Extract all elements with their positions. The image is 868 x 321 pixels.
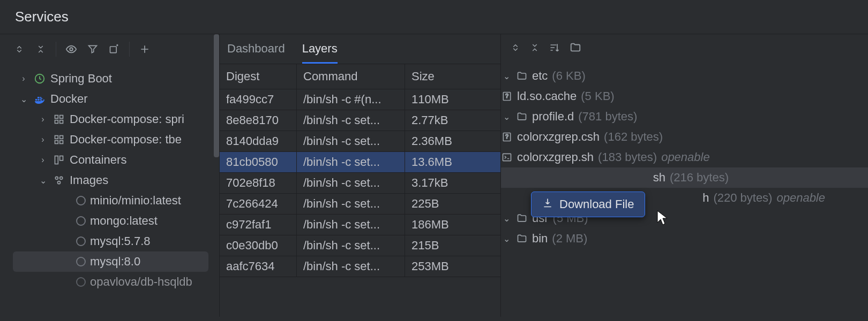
folder-icon (516, 70, 528, 82)
tree-node-compose-tbe[interactable]: › Docker-compose: tbe (0, 129, 219, 150)
cell-digest: 7c266424 (220, 194, 297, 215)
table-header: Digest Command Size (220, 64, 500, 89)
node-label: mongo:latest (90, 214, 158, 228)
table-row[interactable]: 81cb0580/bin/sh -c set...13.6MB (220, 152, 500, 173)
file-ld-so-cache[interactable]: ? ld.so.cache (5 KB) (501, 86, 868, 106)
docker-icon (33, 93, 46, 105)
file-size: (5 KB) (581, 89, 614, 103)
tree-node-image[interactable]: opavlova/db-hsqldb (0, 272, 219, 292)
file-size: (162 bytes) (604, 130, 663, 144)
col-digest[interactable]: Digest (220, 64, 297, 89)
cell-size: 110MB (405, 89, 500, 110)
chevron-down-icon: ⌄ (501, 213, 512, 224)
image-status-icon (76, 257, 86, 266)
folder-profile-d[interactable]: ⌄ profile.d (781 bytes) (501, 106, 868, 127)
file-colorxzgrep-csh[interactable]: ? colorxzgrep.csh (162 bytes) (501, 127, 868, 147)
file-name: bin (532, 232, 548, 246)
file-size: (220 bytes) (713, 191, 772, 205)
view-icon[interactable] (63, 41, 80, 58)
table-row[interactable]: aafc7634/bin/sh -c set...253MB (220, 256, 500, 277)
file-selected-sh[interactable]: sh (216 bytes) (501, 167, 868, 188)
table-row[interactable]: c972faf1/bin/sh -c set...186MB (220, 215, 500, 235)
cell-digest: 8140dda9 (220, 131, 297, 152)
svg-rect-1 (110, 47, 117, 53)
file-name: colorxzgrep.sh (517, 150, 594, 164)
tree-node-spring-boot[interactable]: › Spring Boot (0, 68, 219, 89)
table-row[interactable]: 8e8e8170/bin/sh -c set...2.77kB (220, 110, 500, 131)
table-row[interactable]: fa499cc7/bin/sh -c #(n...110MB (220, 89, 500, 110)
tree-node-image[interactable]: mysql:5.7.8 (0, 231, 219, 251)
panel-title: Services (0, 0, 868, 34)
table-row[interactable]: 7c266424/bin/sh -c set...225B (220, 194, 500, 215)
expand-collapse-icon[interactable] (511, 43, 520, 55)
folder-icon (516, 212, 528, 224)
tree-node-image[interactable]: mongo:latest (0, 211, 219, 231)
shell-file-icon (501, 151, 513, 163)
tree-node-compose-spri[interactable]: › Docker-compose: spri (0, 109, 219, 129)
separator (129, 42, 130, 57)
tab-layers[interactable]: Layers (302, 42, 338, 64)
svg-rect-9 (55, 141, 58, 144)
collapse-all-icon[interactable] (530, 43, 540, 55)
file-size: (6 KB) (552, 69, 585, 83)
cell-digest: 702e8f18 (220, 173, 297, 194)
folder-etc[interactable]: ⌄ etc (6 KB) (501, 66, 868, 86)
image-status-icon (76, 196, 86, 205)
svg-rect-20 (503, 154, 511, 160)
folder-icon[interactable] (570, 42, 581, 56)
center-panel: Dashboard Layers Digest Command Size fa4… (220, 34, 501, 317)
node-label: Docker-compose: tbe (70, 133, 182, 147)
chevron-right-icon: › (18, 74, 29, 83)
cell-size: 3.17kB (405, 173, 500, 194)
file-name: colorxzgrep.csh (517, 130, 600, 144)
add-icon[interactable] (136, 41, 153, 58)
context-menu-download-file[interactable]: Download File (531, 192, 645, 217)
menu-item-label: Download File (559, 197, 634, 211)
tree-node-image[interactable]: minio/minio:latest (0, 190, 219, 211)
col-size[interactable]: Size (405, 64, 500, 89)
node-label: Containers (70, 153, 126, 167)
col-command[interactable]: Command (297, 64, 405, 89)
file-name: ld.so.cache (517, 89, 577, 103)
file-colorxzgrep-sh[interactable]: colorxzgrep.sh (183 bytes) openable (501, 147, 868, 167)
compose-icon (53, 133, 65, 146)
tree-node-containers[interactable]: › Containers (0, 150, 219, 170)
svg-text:?: ? (505, 134, 508, 140)
svg-point-13 (55, 177, 58, 179)
new-window-icon[interactable] (106, 41, 123, 58)
services-sidebar: › Spring Boot ⌄ Docker › Docker-compose:… (0, 34, 220, 317)
file-size: (781 bytes) (578, 110, 637, 124)
folder-icon (516, 111, 528, 123)
images-icon (53, 174, 65, 187)
svg-rect-4 (60, 116, 63, 119)
unknown-file-icon: ? (501, 131, 513, 143)
tree-node-image-selected[interactable]: mysql:8.0 (13, 251, 208, 272)
svg-rect-5 (55, 120, 58, 124)
cell-command: /bin/sh -c set... (297, 173, 405, 194)
cell-digest: 81cb0580 (220, 152, 297, 173)
svg-text:?: ? (505, 93, 508, 99)
cell-digest: aafc7634 (220, 256, 297, 277)
chevron-down-icon: ⌄ (501, 112, 512, 122)
download-icon (542, 197, 553, 211)
table-row[interactable]: c0e30db0/bin/sh -c set...215B (220, 235, 500, 256)
expand-collapse-icon[interactable] (11, 41, 28, 58)
tree-node-images[interactable]: ⌄ Images (0, 170, 219, 190)
sidebar-toolbar (0, 34, 219, 66)
scrollbar[interactable] (214, 34, 219, 157)
sort-icon[interactable] (549, 42, 560, 56)
tab-dashboard[interactable]: Dashboard (227, 42, 285, 64)
file-size: (2 MB) (552, 232, 587, 246)
openable-badge: openable (661, 150, 710, 164)
svg-point-14 (60, 177, 63, 179)
table-row[interactable]: 8140dda9/bin/sh -c set...2.36MB (220, 131, 500, 152)
tree-node-docker[interactable]: ⌄ Docker (0, 89, 219, 109)
spring-boot-icon (33, 72, 46, 85)
collapse-all-icon[interactable] (32, 41, 49, 58)
folder-bin[interactable]: ⌄ bin (2 MB) (501, 228, 868, 249)
filter-icon[interactable] (84, 41, 101, 58)
table-row[interactable]: 702e8f18/bin/sh -c set...3.17kB (220, 173, 500, 194)
chevron-down-icon: ⌄ (38, 175, 48, 186)
file-size: (216 bytes) (670, 171, 729, 185)
file-name: etc (532, 69, 548, 83)
